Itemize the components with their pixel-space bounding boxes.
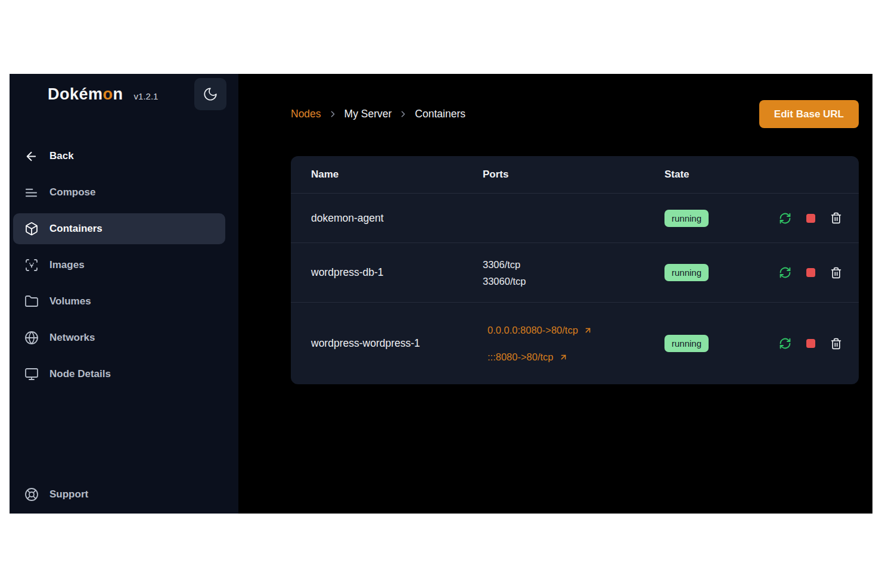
column-header-state: State — [664, 169, 772, 181]
logo-accent-letter: o — [103, 85, 113, 103]
restart-button[interactable] — [779, 266, 791, 279]
sidebar-item-node-details[interactable]: Node Details — [13, 359, 225, 390]
logo-text: Dokém — [48, 85, 103, 103]
table-row: wordpress-db-1 3306/tcp 33060/tcp runnin… — [291, 243, 859, 303]
breadcrumb-my-server[interactable]: My Server — [344, 108, 392, 120]
moon-icon — [203, 86, 218, 102]
sidebar-item-label: Node Details — [49, 368, 111, 380]
container-name: dokemon-agent — [311, 212, 483, 225]
screen: Dokémon v1.2.1 Back — [0, 0, 882, 588]
sidebar-item-label: Volumes — [49, 295, 91, 307]
stop-button[interactable] — [806, 339, 815, 348]
stop-button[interactable] — [806, 214, 815, 223]
trash-icon — [830, 267, 842, 279]
external-link-arrow-icon — [583, 326, 592, 335]
external-link-arrow-icon — [559, 353, 568, 362]
table-header-row: Name Ports State — [291, 156, 859, 194]
container-name: wordpress-wordpress-1 — [311, 337, 483, 350]
refresh-icon — [779, 337, 791, 350]
dokemon-app: Dokémon v1.2.1 Back — [10, 74, 872, 514]
back-arrow-icon — [24, 149, 39, 164]
restart-button[interactable] — [779, 337, 791, 350]
main-content: Nodes My Server Containers Edit Base URL… — [238, 74, 872, 514]
actions-cell — [772, 337, 842, 350]
sidebar: Dokémon v1.2.1 Back — [10, 74, 238, 514]
port-link-text: :::8080->80/tcp — [487, 351, 554, 363]
sidebar-item-support[interactable]: Support — [13, 479, 225, 510]
table-row: wordpress-wordpress-1 0.0.0.0:8080->80/t… — [291, 303, 859, 384]
stop-icon — [806, 339, 815, 348]
delete-button[interactable] — [830, 338, 842, 350]
state-cell: running — [664, 210, 772, 227]
column-header-ports: Ports — [483, 169, 664, 181]
trash-icon — [830, 338, 842, 350]
refresh-icon — [779, 212, 791, 225]
sidebar-item-networks[interactable]: Networks — [13, 322, 225, 353]
port-link[interactable]: :::8080->80/tcp — [483, 351, 664, 363]
app-version: v1.2.1 — [134, 91, 159, 101]
topbar: Nodes My Server Containers Edit Base URL — [291, 100, 859, 128]
globe-icon — [24, 331, 39, 346]
table-row: dokemon-agent running — [291, 194, 859, 243]
container-name: wordpress-db-1 — [311, 266, 483, 279]
actions-cell — [772, 266, 842, 279]
container-box-icon — [24, 222, 39, 237]
folder-icon — [24, 294, 39, 309]
logo-text-end: n — [113, 85, 123, 103]
sidebar-item-label: Back — [49, 150, 74, 162]
chevron-right-icon — [398, 109, 408, 119]
sidebar-item-label: Networks — [49, 332, 95, 344]
breadcrumb-nodes-link[interactable]: Nodes — [291, 108, 321, 120]
compose-lines-icon — [24, 185, 39, 200]
actions-cell — [772, 212, 842, 225]
sidebar-item-volumes[interactable]: Volumes — [13, 286, 225, 317]
delete-button[interactable] — [830, 212, 842, 224]
port-link-text: 0.0.0.0:8080->80/tcp — [487, 325, 578, 336]
theme-toggle-button[interactable] — [194, 78, 226, 110]
edit-base-url-button[interactable]: Edit Base URL — [759, 100, 859, 128]
sidebar-item-label: Images — [49, 259, 85, 271]
status-badge: running — [664, 264, 709, 281]
breadcrumb-containers: Containers — [415, 108, 465, 120]
sidebar-item-compose[interactable]: Compose — [13, 177, 225, 208]
ports-cell: 0.0.0.0:8080->80/tcp :::8080->80/tcp — [483, 325, 664, 363]
sidebar-item-label: Compose — [49, 186, 95, 198]
app-logo: Dokémon v1.2.1 — [48, 85, 158, 104]
scan-icon — [24, 258, 39, 273]
restart-button[interactable] — [779, 212, 791, 225]
sidebar-item-label: Support — [49, 489, 88, 500]
state-cell: running — [664, 264, 772, 281]
status-badge: running — [664, 335, 709, 352]
refresh-icon — [779, 266, 791, 279]
port-text: 3306/tcp — [483, 256, 664, 273]
sidebar-item-images[interactable]: Images — [13, 250, 225, 281]
status-badge: running — [664, 210, 709, 227]
sidebar-item-label: Containers — [49, 223, 103, 235]
stop-button[interactable] — [806, 268, 815, 277]
breadcrumb: Nodes My Server Containers — [291, 108, 465, 120]
brand-row: Dokémon v1.2.1 — [48, 77, 226, 111]
port-link[interactable]: 0.0.0.0:8080->80/tcp — [483, 325, 664, 336]
stop-icon — [806, 214, 815, 223]
containers-table: Name Ports State dokemon-agent running — [291, 156, 859, 384]
monitor-icon — [24, 367, 39, 382]
chevron-right-icon — [328, 109, 338, 119]
trash-icon — [830, 212, 842, 224]
port-text: 33060/tcp — [483, 273, 664, 290]
lifebuoy-icon — [24, 487, 39, 502]
stop-icon — [806, 268, 815, 277]
sidebar-item-containers[interactable]: Containers — [13, 213, 225, 244]
state-cell: running — [664, 335, 772, 352]
sidebar-nav: Back Compose Containers — [10, 141, 238, 395]
ports-cell: 3306/tcp 33060/tcp — [483, 256, 664, 290]
delete-button[interactable] — [830, 267, 842, 279]
sidebar-item-back[interactable]: Back — [13, 141, 225, 172]
column-header-name: Name — [311, 169, 483, 181]
